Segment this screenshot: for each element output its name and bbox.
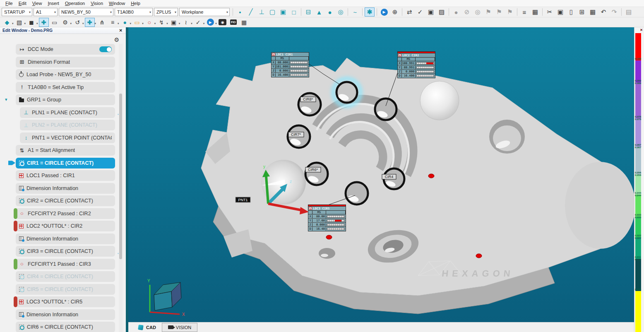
view-orientation-dropdown[interactable]: ZPLUS▾: [154, 8, 178, 16]
quick-feature-icon[interactable]: ↯: [156, 18, 166, 27]
chevron-down-icon[interactable]: ▾: [36, 22, 38, 25]
camera-icon[interactable]: ◉: [218, 18, 228, 27]
probe-path-icon[interactable]: ⋔: [97, 18, 107, 27]
alignment-dropdown[interactable]: A1▾: [34, 8, 58, 16]
cylinder-icon[interactable]: ⊟: [303, 7, 313, 17]
command-a1[interactable]: ⇅A1 = Start Alignment: [16, 145, 115, 156]
gear-icon[interactable]: ⚙: [114, 36, 119, 43]
feature-label-cir4[interactable]: CIR4: [382, 174, 396, 179]
menu-insert[interactable]: Insert: [45, 0, 62, 6]
auto-feature-icon[interactable]: ✱: [365, 7, 375, 17]
execute-from-cursor-icon[interactable]: ⊕: [390, 7, 400, 17]
chevron-down-icon[interactable]: ▾: [118, 22, 119, 25]
bookmark-slash-icon[interactable]: ⚑: [505, 7, 515, 17]
command-dimension-format[interactable]: ⊞Dimension Format: [16, 57, 115, 67]
plane-icon[interactable]: ⊥: [257, 7, 267, 17]
report-grid-icon[interactable]: ▦: [530, 7, 540, 17]
callout-loc1-cir1[interactable]: ✚LOC1 CIR1MSX80.000Y101.000Z0.000D16.400: [271, 52, 309, 77]
command-loc3[interactable]: LOC3 *OUTTOL* : CIR5: [16, 296, 115, 307]
loop-icon[interactable]: ⇄: [404, 7, 414, 17]
chevron-down-icon[interactable]: ▾: [70, 22, 72, 25]
command-dcc-mode[interactable]: ↦DCC Mode: [16, 44, 115, 55]
torus-icon[interactable]: ◎: [336, 7, 346, 17]
dcc-mode-toggle[interactable]: [99, 46, 112, 52]
workplane-dropdown[interactable]: Workplane▾: [179, 8, 230, 16]
blocked-icon[interactable]: ⊘: [462, 7, 472, 17]
chevron-down-icon[interactable]: ▾: [82, 22, 84, 25]
command-grp1[interactable]: ▾GRP1 = Group: [16, 94, 115, 105]
chevron-down-icon[interactable]: ▾: [154, 22, 156, 25]
bookmark-pin-icon[interactable]: ⚑: [494, 7, 504, 17]
tab-cad[interactable]: CAD: [132, 323, 162, 332]
chevron-down-icon[interactable]: ▾: [191, 22, 192, 25]
point-icon[interactable]: •: [235, 7, 245, 17]
slot-feature-icon[interactable]: ▭: [132, 18, 142, 27]
command-cir2[interactable]: CIR2 = CIRCLE (CONTACT): [16, 195, 115, 206]
command-diminfo1[interactable]: Dimension Information: [16, 183, 115, 194]
chevron-down-icon[interactable]: ▾: [95, 22, 96, 25]
stop-icon[interactable]: ●: [451, 7, 461, 17]
feature-label-cir7[interactable]: CIR7*: [288, 132, 304, 137]
command-set-active-tip[interactable]: !T1A0B0 = Set Active Tip: [16, 82, 115, 93]
chevron-down-icon[interactable]: ▾: [179, 22, 180, 25]
command-load-probe[interactable]: Load Probe - NEW5_BY_50: [16, 69, 115, 80]
chevron-down-icon[interactable]: ▾: [215, 22, 217, 25]
command-pln1[interactable]: ⊥PLN1 = PLANE (CONTACT): [20, 107, 115, 118]
command-diminfo2[interactable]: Dimension Information: [16, 233, 115, 244]
command-loc2[interactable]: LOC2 *OUTTOL* : CIR2: [16, 221, 115, 231]
probe-file-dropdown[interactable]: NEW5_BY_50▾: [59, 8, 113, 16]
execute-icon[interactable]: ▶: [379, 7, 389, 17]
measurement-strategy-dropdown[interactable]: STARTUP▾: [2, 8, 32, 16]
command-cir5[interactable]: CIR5 = CIRCLE (CONTACT): [16, 284, 115, 295]
callout-loc3-cir5[interactable]: ✚LOC3 CIR5MSX80.00Y17.00Z0.000D16.40: [308, 204, 346, 231]
go-circle-icon[interactable]: ◎: [473, 7, 483, 17]
command-cir4[interactable]: CIR4 = CIRCLE (CONTACT): [16, 271, 115, 282]
paste-pattern-icon[interactable]: ⊞: [577, 7, 587, 17]
cad-viewport[interactable]: HEXAGON: [128, 27, 634, 322]
view-setup-icon[interactable]: ▧: [14, 18, 24, 27]
menu-operation[interactable]: Operation: [62, 0, 88, 6]
command-loc1[interactable]: LOC1 Passed : CIR1: [16, 170, 115, 181]
graph-view-icon[interactable]: ▦: [239, 18, 249, 27]
command-fcfcirty1[interactable]: ○FCFCIRTY1 Passed : CIR3: [16, 259, 115, 269]
round-slot-icon[interactable]: ▢: [267, 7, 277, 17]
command-cir1[interactable]: CIR1 = CIRCLE (CONTACT): [16, 158, 115, 168]
feature-label-cir8[interactable]: CIR8*: [300, 97, 316, 102]
pan-view-icon[interactable]: ✚: [39, 18, 49, 27]
command-pnt1[interactable]: ↕PNT1 = VECTOR POINT (CONTAC: [20, 132, 115, 143]
command-diminfo3[interactable]: Dimension Information: [16, 309, 115, 320]
feature-label-cir6[interactable]: CIR6*: [305, 167, 321, 172]
copy-pattern-icon[interactable]: ▣: [169, 18, 179, 27]
scale-close-icon[interactable]: ✕: [640, 28, 643, 32]
menu-view[interactable]: View: [29, 0, 45, 6]
program-settings-icon[interactable]: ⚙: [60, 18, 70, 27]
feature-list-icon[interactable]: ≡: [108, 18, 118, 27]
menu-file[interactable]: File: [2, 0, 16, 6]
menu-vision[interactable]: Vision: [88, 0, 106, 6]
execute-program-icon[interactable]: ▶: [205, 18, 215, 27]
callout-loc2-cir2[interactable]: ✚LOC2 CIR2MSX108.991Y88.991Z0.000D16.400: [397, 51, 435, 78]
scrollbar-thumb[interactable]: [119, 94, 122, 259]
menu-help[interactable]: Help: [128, 0, 143, 6]
document-check-icon[interactable]: ▣: [426, 7, 436, 17]
sphere-icon[interactable]: ●: [325, 7, 335, 17]
line-icon[interactable]: ╱: [246, 7, 256, 17]
pattern-icon[interactable]: ▦: [588, 7, 598, 17]
redo-icon[interactable]: ↷: [609, 7, 619, 17]
document-remove-icon[interactable]: ▨: [437, 7, 447, 17]
paste-icon[interactable]: ▯: [566, 7, 576, 17]
mark-done-icon[interactable]: ✓: [415, 7, 425, 17]
menu-edit[interactable]: Edit: [16, 0, 29, 6]
panel-scrollbar[interactable]: [119, 44, 123, 332]
command-cir3[interactable]: CIR3 = CIRCLE (CONTACT): [16, 246, 115, 257]
expand-caret-icon[interactable]: ▾: [5, 97, 7, 102]
cone-icon[interactable]: ▲: [314, 7, 324, 17]
close-icon[interactable]: ✕: [119, 28, 123, 33]
chevron-down-icon[interactable]: ▾: [130, 22, 132, 25]
circle-feature-icon[interactable]: ○: [144, 18, 154, 27]
comment-icon[interactable]: ▭: [50, 18, 60, 27]
bookmark-icon[interactable]: ⚑: [483, 7, 493, 17]
command-cir6[interactable]: CIR6 = CIRCLE (CONTACT): [16, 322, 115, 332]
menu-window[interactable]: Window: [106, 0, 128, 6]
report-list-icon[interactable]: ≡: [519, 7, 529, 17]
